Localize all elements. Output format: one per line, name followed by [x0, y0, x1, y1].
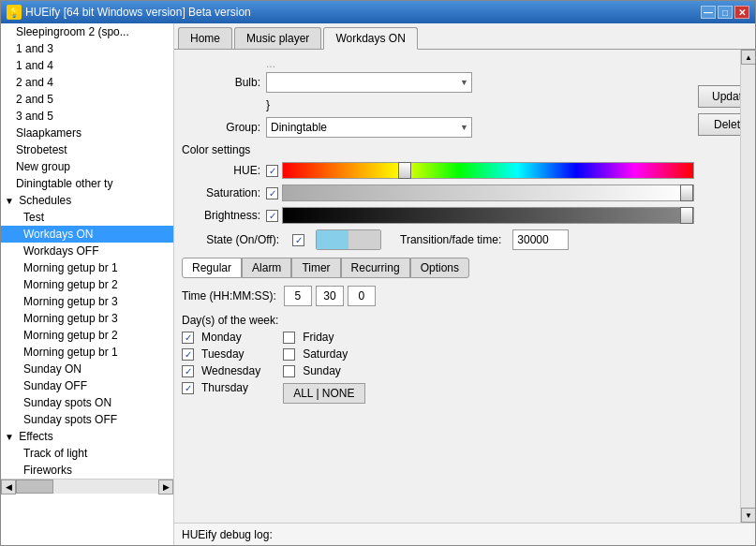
form-area: ... Bulb: } — [182, 57, 694, 515]
time-hour-input[interactable] — [284, 286, 312, 306]
wednesday-checkbox[interactable] — [182, 365, 194, 377]
friday-checkbox[interactable] — [283, 332, 295, 344]
sidebar-item-sunday-spots-on[interactable]: Sunday spots ON — [1, 394, 173, 411]
day-monday: Monday — [182, 331, 260, 344]
hue-checkbox[interactable] — [266, 165, 278, 177]
toggle-off[interactable] — [348, 230, 380, 249]
sidebar-item-workdays-on[interactable]: Workdays ON — [1, 226, 173, 243]
sub-tab-timer[interactable]: Timer — [291, 258, 340, 278]
transition-label: Transition/fade time: — [400, 233, 501, 246]
sidebar-item-morning1b[interactable]: Morning getup br 1 — [1, 344, 173, 361]
time-second-input[interactable] — [348, 286, 376, 306]
toggle-on[interactable] — [317, 230, 348, 249]
days-right-col: Friday Saturday Sunday — [283, 331, 364, 404]
sidebar-item-track-of-light[interactable]: Track of light — [1, 445, 173, 462]
minimize-button[interactable]: — — [701, 6, 716, 19]
delete-schedule-button[interactable]: Delete schedule — [698, 113, 740, 136]
titlebar-buttons: — □ ✕ — [701, 6, 749, 19]
sidebar-item-2and5[interactable]: 2 and 5 — [1, 91, 173, 108]
time-minute-input[interactable] — [316, 286, 344, 306]
saturation-thumb[interactable] — [680, 184, 693, 201]
sidebar-item-2and4[interactable]: 2 and 4 — [1, 74, 173, 91]
brightness-thumb[interactable] — [680, 207, 693, 224]
sidebar-item-morning1a[interactable]: Morning getup br 1 — [1, 259, 173, 276]
sidebar-item-newgroup[interactable]: New group — [1, 158, 173, 175]
tab-music-player[interactable]: Music player — [234, 27, 321, 49]
sidebar-item-morning2b[interactable]: Morning getup br 2 — [1, 327, 173, 344]
sidebar-item-morning3a[interactable]: Morning getup br 3 — [1, 293, 173, 310]
state-label: State (On/Off): — [182, 233, 285, 246]
titlebar: 💡 HUEify [64 bit Windows version] Beta v… — [1, 1, 755, 23]
close-button[interactable]: ✕ — [734, 6, 749, 19]
main-panel: Home Music player Workdays ON ... Bulb: — [174, 23, 755, 545]
saturday-checkbox[interactable] — [283, 348, 295, 361]
sidebar-section-effects[interactable]: ▼ Effects — [1, 428, 173, 445]
sunday-checkbox[interactable] — [283, 365, 295, 377]
days-label: Day(s) of the week: — [182, 314, 694, 327]
sidebar-item-morning2a[interactable]: Morning getup br 2 — [1, 276, 173, 293]
brightness-row: Brightness: — [182, 207, 694, 224]
bulb-select[interactable] — [266, 72, 472, 93]
tab-home[interactable]: Home — [178, 27, 232, 49]
hscroll-left-btn[interactable]: ◀ — [1, 480, 16, 494]
hue-thumb[interactable] — [398, 162, 411, 179]
group-label: Group: — [182, 121, 266, 134]
state-row: State (On/Off): Transition/fade time: — [182, 229, 694, 250]
sidebar-item-sunday-on[interactable]: Sunday ON — [1, 361, 173, 377]
state-checkbox[interactable] — [292, 234, 304, 246]
transition-input[interactable] — [512, 229, 569, 250]
scroll-track[interactable] — [741, 65, 755, 508]
scroll-up-btn[interactable]: ▲ — [741, 50, 755, 65]
time-label: Time (HH:MM:SS): — [182, 289, 276, 303]
bulb-row: Bulb: — [182, 72, 694, 93]
hscroll-right-btn[interactable]: ▶ — [158, 480, 173, 494]
update-schedule-button[interactable]: Update schedule — [698, 85, 740, 108]
content-area: Sleepingroom 2 (spo... 1 and 3 1 and 4 2… — [1, 23, 755, 545]
tuesday-checkbox[interactable] — [182, 348, 194, 361]
sidebar-item-3and5[interactable]: 3 and 5 — [1, 108, 173, 125]
debug-bar: HUEify debug log: — [174, 523, 755, 545]
days-section: Monday Tuesday Wednesday — [182, 331, 694, 404]
sidebar-item-diningtable-other[interactable]: Diningtable other ty — [1, 175, 173, 192]
saturation-label: Saturation: — [182, 186, 266, 199]
sidebar: Sleepingroom 2 (spo... 1 and 3 1 and 4 2… — [1, 23, 174, 545]
sunday-label: Sunday — [303, 364, 341, 377]
hue-slider[interactable] — [282, 162, 694, 179]
hscroll-track[interactable] — [16, 480, 158, 494]
sidebar-item-morning3b[interactable]: Morning getup br 3 — [1, 310, 173, 327]
all-none-button[interactable]: ALL | NONE — [283, 383, 364, 404]
brightness-slider[interactable] — [282, 207, 694, 224]
brace-row: } — [182, 98, 694, 111]
sub-tab-recurring[interactable]: Recurring — [341, 258, 410, 278]
sidebar-item-sunday-spots-off[interactable]: Sunday spots OFF — [1, 411, 173, 428]
saturation-slider[interactable] — [282, 184, 694, 201]
monday-checkbox[interactable] — [182, 332, 194, 344]
hscroll-thumb[interactable] — [16, 480, 53, 494]
state-toggle[interactable] — [316, 229, 381, 250]
saturation-checkbox[interactable] — [266, 187, 278, 199]
day-saturday: Saturday — [283, 347, 364, 361]
day-friday: Friday — [283, 331, 364, 344]
brightness-checkbox[interactable] — [266, 210, 278, 222]
friday-label: Friday — [303, 331, 334, 344]
sidebar-section-schedules[interactable]: ▼ Schedules — [1, 192, 173, 209]
scroll-down-btn[interactable]: ▼ — [741, 508, 755, 523]
sidebar-item-sleepingroom2[interactable]: Sleepingroom 2 (spo... — [1, 23, 173, 40]
sidebar-item-sunday-off[interactable]: Sunday OFF — [1, 377, 173, 394]
sidebar-item-test[interactable]: Test — [1, 209, 173, 226]
sidebar-item-strobetest[interactable]: Strobetest — [1, 141, 173, 158]
thursday-label: Thursday — [201, 381, 248, 394]
sidebar-item-slaapkamers[interactable]: Slaapkamers — [1, 125, 173, 141]
day-tuesday: Tuesday — [182, 347, 260, 361]
sidebar-item-workdays-off[interactable]: Workdays OFF — [1, 243, 173, 259]
thursday-checkbox[interactable] — [182, 382, 194, 394]
sidebar-item-fireworks[interactable]: Fireworks — [1, 462, 173, 479]
group-select[interactable]: Diningtable — [266, 117, 472, 138]
sub-tab-alarm[interactable]: Alarm — [242, 258, 291, 278]
sub-tab-options[interactable]: Options — [410, 258, 469, 278]
sub-tab-regular[interactable]: Regular — [182, 258, 242, 278]
tab-workdays-on[interactable]: Workdays ON — [323, 27, 417, 50]
maximize-button[interactable]: □ — [718, 6, 733, 19]
sidebar-item-1and4[interactable]: 1 and 4 — [1, 57, 173, 74]
sidebar-item-1and3[interactable]: 1 and 3 — [1, 40, 173, 57]
